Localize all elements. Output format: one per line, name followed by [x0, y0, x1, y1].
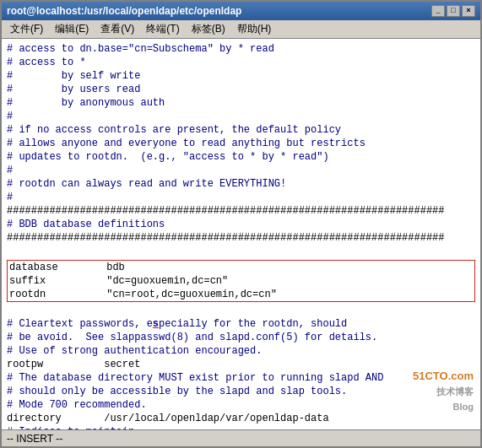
- code-line-4: # by anonymous auth: [7, 96, 475, 110]
- code-line-rootdn: rootdn "cn=root,dc=guoxuemin,dc=cn": [9, 288, 473, 301]
- logo-tech: 技术博客: [436, 386, 474, 397]
- special-char-s: s: [153, 318, 159, 330]
- menu-help[interactable]: 帮助(H): [232, 20, 277, 38]
- code-line-17: # Cleartext passwords, especially for th…: [7, 317, 475, 331]
- code-line-7: # allows anyone and everyone to read any…: [7, 137, 475, 150]
- logo-overlay: 51CTO.com 技术博客 Blog: [413, 369, 474, 414]
- code-line-2: # by self write: [7, 69, 475, 83]
- content-area: # access to dn.base="cn=Subschema" by * …: [2, 39, 480, 446]
- code-line-20: rootpw secret: [7, 358, 475, 371]
- code-line-25: # Indices to maintain: [7, 425, 475, 429]
- minimize-button[interactable]: _: [431, 5, 445, 17]
- code-line-18: # be avoid. See slappasswd(8) and slapd.…: [7, 331, 475, 344]
- menu-terminal[interactable]: 终端(T): [141, 20, 184, 38]
- code-line-15: [7, 245, 475, 258]
- menu-edit[interactable]: 编辑(E): [50, 20, 94, 38]
- code-line-13: # BDB database definitions: [7, 218, 475, 231]
- main-window: root@localhost:/usr/local/openldap/etc/o…: [0, 0, 482, 448]
- code-line-22: # should only be accessible by the slapd…: [7, 385, 475, 398]
- code-line-db: database bdb: [9, 261, 473, 274]
- close-button[interactable]: ×: [462, 5, 475, 17]
- menu-file[interactable]: 文件(F): [5, 20, 48, 38]
- code-line-11: #: [7, 191, 475, 204]
- code-line-16: [7, 304, 475, 317]
- window-title: root@localhost:/usr/local/openldap/etc/o…: [7, 5, 241, 17]
- title-bar: root@localhost:/usr/local/openldap/etc/o…: [2, 2, 480, 20]
- code-line-suffix: suffix "dc=guoxuemin,dc=cn": [9, 274, 473, 288]
- menu-view[interactable]: 查看(V): [95, 20, 139, 38]
- logo-line3: Blog: [413, 399, 474, 414]
- code-line-8: # updates to rootdn. (e.g., "access to *…: [7, 150, 475, 164]
- status-bar: -- INSERT --: [2, 429, 480, 446]
- code-line-0: # access to dn.base="cn=Subschema" by * …: [7, 42, 475, 56]
- code-line-23: # Mode 700 recommended.: [7, 398, 475, 412]
- logo-line2: 技术博客: [413, 384, 474, 399]
- insert-mode-label: -- INSERT --: [7, 433, 62, 445]
- title-bar-buttons: _ □ ×: [431, 5, 475, 17]
- code-line-3: # by users read: [7, 83, 475, 96]
- maximize-button[interactable]: □: [447, 5, 460, 17]
- code-line-6: # if no access controls are present, the…: [7, 123, 475, 137]
- code-line-12: ########################################…: [7, 204, 475, 218]
- code-line-14: ########################################…: [7, 231, 475, 245]
- code-line-1: # access to *: [7, 56, 475, 69]
- logo-line1: 51CTO.com: [413, 369, 474, 384]
- db-config-block: database bdb suffix "dc=guoxuemin,dc=cn"…: [7, 260, 475, 302]
- code-line-21: # The database directory MUST exist prio…: [7, 371, 475, 385]
- code-line-24: directory /usr/local/openldap/var/openld…: [7, 412, 475, 425]
- code-line-9: #: [7, 164, 475, 177]
- menu-bar: 文件(F) 编辑(E) 查看(V) 终端(T) 标签(B) 帮助(H): [2, 20, 480, 39]
- code-line-19: # Use of strong authentication encourage…: [7, 344, 475, 358]
- editor[interactable]: # access to dn.base="cn=Subschema" by * …: [2, 39, 480, 429]
- code-line-5: #: [7, 110, 475, 123]
- menu-tabs[interactable]: 标签(B): [187, 20, 230, 38]
- code-line-10: # rootdn can always read and write EVERY…: [7, 177, 475, 191]
